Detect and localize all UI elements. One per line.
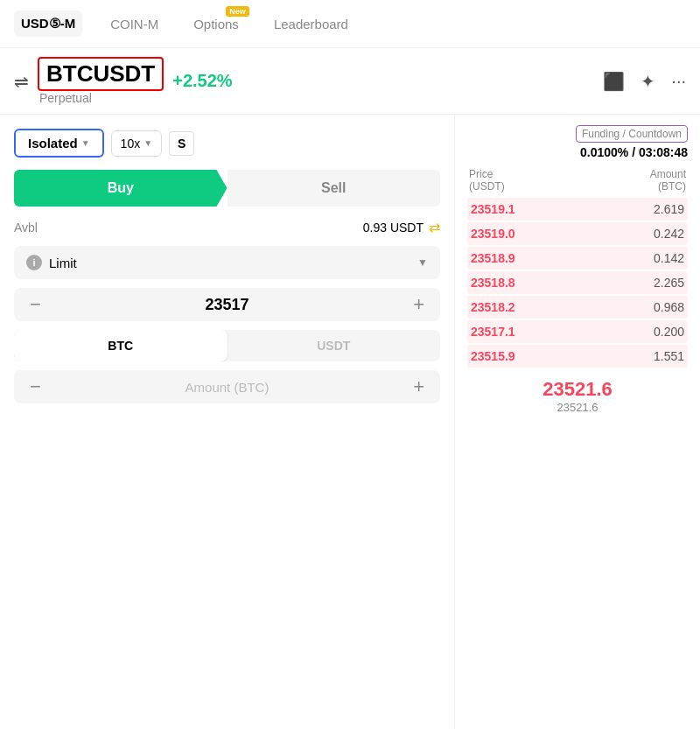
tab-coinm[interactable]: COIN-M (103, 11, 165, 37)
sell-button[interactable]: Sell (228, 170, 441, 207)
buy-button[interactable]: Buy (14, 170, 228, 207)
ticker-row: ⇌ BTCUSDT Perpetual +2.52% ⬛ ✦ ··· (0, 48, 700, 115)
transfer-icon[interactable]: ⇄ (429, 219, 440, 235)
avbl-label: Avbl (14, 221, 38, 235)
sell-order-row[interactable]: 23518.9 0.142 (467, 247, 688, 270)
ob-amount-header: Amount (BTC) (650, 168, 686, 193)
ticker-symbol[interactable]: BTCUSDT (38, 57, 164, 91)
funding-value: 0.0100% / 03:08:48 (580, 145, 688, 159)
sell-orders: 23519.1 2.619 23519.0 0.242 23518.9 0.14… (467, 198, 688, 368)
currency-row: BTC USDT (14, 330, 440, 361)
tab-coinm-label: COIN-M (110, 17, 158, 32)
ob-sell-price: 23515.9 (471, 349, 515, 363)
leverage-chevron-icon: ▼ (144, 138, 152, 148)
right-panel: Funding / Countdown 0.0100% / 03:08:48 P… (455, 115, 700, 729)
amount-row: − Amount (BTC) + (14, 370, 440, 403)
info-icon[interactable]: i (26, 255, 42, 270)
settings-icon[interactable]: ✦ (640, 71, 655, 92)
avbl-amount: 0.93 USDT (363, 221, 424, 235)
price-input[interactable] (52, 296, 402, 314)
amount-decrease-button[interactable]: − (26, 377, 45, 396)
tab-options-label: Options (193, 17, 239, 32)
tab-options[interactable]: Options New (186, 11, 246, 37)
ob-price-header-label: Price (469, 168, 505, 180)
ob-sell-amount: 2.619 (654, 202, 684, 216)
ob-amount-unit-label: (BTC) (650, 180, 686, 193)
order-type-label: Limit (49, 256, 410, 270)
margin-chevron-icon: ▼ (81, 138, 90, 148)
btc-tab[interactable]: BTC (14, 330, 228, 361)
ticker-sub-label: Perpetual (39, 91, 164, 105)
avbl-row: Avbl 0.93 USDT ⇄ (14, 219, 440, 235)
tab-usdm[interactable]: USD⑤-M (14, 11, 82, 37)
funding-row: Funding / Countdown 0.0100% / 03:08:48 (467, 125, 688, 159)
ob-sell-price: 23518.2 (471, 300, 515, 314)
leverage-label: 10x (121, 137, 141, 151)
left-panel: Isolated ▼ 10x ▼ S Buy Sell Avbl 0.93 US… (0, 115, 455, 729)
ticker-change: +2.52% (172, 71, 232, 91)
ob-sell-price: 23519.1 (471, 202, 515, 216)
leverage-button[interactable]: 10x ▼ (111, 130, 162, 157)
main-layout: Isolated ▼ 10x ▼ S Buy Sell Avbl 0.93 US… (0, 115, 700, 729)
price-input-row: − + (14, 288, 440, 321)
ticker-actions: ⬛ ✦ ··· (603, 71, 686, 92)
order-type-chevron-icon: ▼ (417, 256, 428, 269)
ob-sell-amount: 0.142 (654, 251, 684, 265)
ob-sell-price: 23518.8 (471, 276, 515, 290)
order-type-row[interactable]: i Limit ▼ (14, 246, 440, 279)
margin-mode-button[interactable]: Isolated ▼ (14, 129, 104, 158)
more-icon[interactable]: ··· (671, 71, 686, 91)
tab-leaderboard[interactable]: Leaderboard (267, 11, 355, 37)
funding-label: Funding / Countdown (576, 125, 688, 143)
ob-amount-header-label: Amount (650, 168, 686, 180)
amount-increase-button[interactable]: + (410, 377, 428, 396)
ob-sell-amount: 0.242 (654, 227, 684, 241)
ob-sell-amount: 1.551 (654, 349, 684, 363)
ob-header: Price (USDT) Amount (BTC) (467, 168, 688, 193)
sell-order-row[interactable]: 23515.9 1.551 (467, 345, 688, 368)
tab-usdm-label: USD⑤-M (21, 16, 75, 31)
sell-order-row[interactable]: 23519.1 2.619 (467, 198, 688, 221)
chart-icon[interactable]: ⬛ (603, 71, 625, 92)
ob-sell-amount: 2.265 (654, 276, 684, 290)
ob-sell-amount: 0.968 (654, 300, 684, 314)
ob-sell-price: 23518.9 (471, 251, 515, 265)
top-nav: USD⑤-M COIN-M Options New Leaderboard (0, 0, 700, 48)
ob-sell-price: 23519.0 (471, 227, 515, 241)
price-decrease-button[interactable]: − (26, 295, 45, 314)
controls-row: Isolated ▼ 10x ▼ S (14, 129, 440, 158)
sell-order-row[interactable]: 23518.8 2.265 (467, 271, 688, 294)
tab-leaderboard-label: Leaderboard (274, 17, 348, 32)
buy-sell-row: Buy Sell (14, 170, 440, 207)
usdt-tab[interactable]: USDT (228, 330, 441, 361)
sell-order-row[interactable]: 23517.1 0.200 (467, 320, 688, 343)
ob-price-header: Price (USDT) (469, 168, 505, 193)
ob-sell-price: 23517.1 (471, 325, 515, 339)
new-badge: New (226, 6, 249, 17)
mid-price-sub: 23521.6 (467, 401, 688, 414)
ob-sell-amount: 0.200 (654, 325, 684, 339)
swap-icon[interactable]: ⇌ (14, 71, 29, 92)
amount-placeholder: Amount (BTC) (52, 380, 402, 395)
mid-price-value: 23521.6 (467, 378, 688, 401)
price-increase-button[interactable]: + (410, 295, 428, 314)
margin-mode-label: Isolated (28, 136, 78, 151)
mid-price-row: 23521.6 23521.6 (467, 369, 688, 417)
ob-price-unit-label: (USDT) (469, 180, 505, 193)
sell-order-row[interactable]: 23519.0 0.242 (467, 222, 688, 245)
sell-order-row[interactable]: 23518.2 0.968 (467, 296, 688, 319)
s-badge: S (169, 131, 194, 156)
avbl-value: 0.93 USDT ⇄ (363, 219, 440, 235)
